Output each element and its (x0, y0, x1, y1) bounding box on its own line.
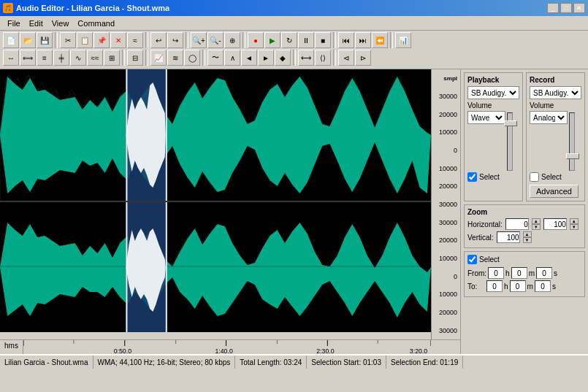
tb-play[interactable]: ▶ (264, 32, 280, 48)
amp-label-30k-3: 30000 (432, 213, 459, 231)
zoom-horizontal-start[interactable] (505, 218, 529, 230)
amp-label-30k-2: 30000 (432, 196, 459, 214)
tb2-7[interactable]: ⊞ (104, 50, 120, 66)
tb2-14[interactable]: ◄ (241, 50, 257, 66)
menu-file[interactable]: File (3, 18, 25, 29)
playback-section: Playback SB Audigy. Volume Wave (464, 72, 523, 201)
tb-mix[interactable]: ≈ (127, 32, 143, 48)
tb-new[interactable]: 📄 (3, 32, 19, 48)
amp-label-0-1: 0 (432, 142, 459, 160)
tb-to-start[interactable]: ⏪ (372, 32, 388, 48)
zoom-horizontal-end[interactable] (543, 218, 567, 230)
tb2-19[interactable]: ⊲ (338, 50, 354, 66)
tb2-9[interactable]: 📈 (150, 50, 167, 66)
tb2-8[interactable]: ⊟ (127, 50, 143, 66)
menu-edit[interactable]: Edit (25, 18, 47, 29)
to-s[interactable] (535, 280, 551, 292)
time-ruler: 0:50.0 1:40.0 2:30.0 3:20.0 (23, 340, 431, 354)
record-volume-label: Volume (530, 101, 581, 109)
playback-volume-slider[interactable] (504, 120, 517, 126)
status-length: Total Length: 03:24 (235, 356, 307, 369)
tb2-6[interactable]: ≈≈ (87, 50, 103, 66)
tb-paste[interactable]: 📌 (93, 32, 110, 48)
playback-volume-type[interactable]: Wave (467, 111, 505, 124)
tb2-sep1 (122, 50, 125, 66)
minimize-button[interactable]: _ (547, 3, 559, 13)
from-h[interactable] (488, 267, 504, 279)
tb2-2[interactable]: ⟺ (20, 50, 36, 66)
tb-prev[interactable]: ⏮ (338, 32, 354, 48)
tb-undo[interactable]: ↩ (150, 32, 167, 48)
zoom-v-down[interactable]: ▼ (523, 237, 532, 243)
tb-sep2 (145, 32, 148, 48)
waveform-display[interactable] (0, 69, 431, 339)
tb-loop[interactable]: ↻ (281, 32, 297, 48)
tb-open[interactable]: 📂 (20, 32, 36, 48)
waveform-svg (0, 69, 431, 332)
tb-next[interactable]: ⏭ (355, 32, 371, 48)
tb-copy[interactable]: 📋 (77, 32, 93, 48)
tb2-16[interactable]: ◆ (275, 50, 291, 66)
maximize-button[interactable]: □ (560, 3, 572, 13)
zoom-h-end-down[interactable]: ▼ (570, 224, 579, 230)
tb-record[interactable]: ● (248, 32, 264, 48)
tb2-5[interactable]: ∿ (70, 50, 86, 66)
to-s-label: s (552, 283, 556, 291)
svg-text:3:20.0: 3:20.0 (410, 347, 427, 354)
svg-rect-8 (166, 202, 167, 332)
zoom-v-up[interactable]: ▲ (523, 231, 532, 237)
close-button[interactable]: ✕ (573, 3, 585, 13)
zoom-h-end-up[interactable]: ▲ (570, 218, 579, 224)
tb-pause[interactable]: ⏸ (298, 32, 314, 48)
right-panel: Playback SB Audigy. Volume Wave (460, 69, 588, 354)
zoom-h-start-down[interactable]: ▼ (532, 224, 541, 230)
tb2-1[interactable]: ↔ (3, 50, 19, 66)
from-s[interactable] (536, 267, 552, 279)
menu-command[interactable]: Command (73, 18, 119, 29)
tb2-sep2 (145, 50, 148, 66)
tb2-10[interactable]: ≋ (167, 50, 183, 66)
tb-save[interactable]: 💾 (37, 32, 53, 48)
tb-sep4 (243, 32, 245, 48)
tb2-3[interactable]: ≡ (37, 50, 53, 66)
tb-cut[interactable]: ✂ (60, 32, 76, 48)
tb-redo[interactable]: ↪ (167, 32, 183, 48)
record-volume-slider[interactable] (566, 153, 579, 159)
from-m[interactable] (511, 267, 527, 279)
tb2-11[interactable]: ◯ (184, 50, 200, 66)
tb-zoom-sel[interactable]: ⊕ (224, 32, 240, 48)
tb2-18[interactable]: ⟨⟩ (315, 50, 331, 66)
playback-device-select[interactable]: SB Audigy. (467, 86, 519, 99)
record-select-label: Select (541, 173, 562, 181)
zoom-vertical-value[interactable] (497, 231, 520, 243)
to-h[interactable] (486, 280, 503, 292)
tb-zoom-out[interactable]: 🔍- (207, 32, 224, 48)
tb2-12[interactable]: 〜 (207, 50, 224, 66)
tb-extra1[interactable]: 📊 (395, 32, 411, 48)
scale-spacer (431, 340, 460, 354)
to-m[interactable] (510, 280, 526, 292)
menu-view[interactable]: View (47, 18, 74, 29)
select-checkbox[interactable] (467, 255, 477, 264)
status-format: WMA; 44,100 Hz; 16-bit; Stereo; 80 kbps (93, 356, 236, 369)
record-device-select[interactable]: SB Audigy. (530, 86, 581, 99)
tb2-15[interactable]: ► (258, 50, 274, 66)
playback-select-checkbox[interactable] (467, 172, 477, 182)
zoom-h-start-up[interactable]: ▲ (532, 218, 541, 224)
tb-stop[interactable]: ■ (315, 32, 331, 48)
tb2-13[interactable]: ∧ (224, 50, 240, 66)
from-label: From: (467, 269, 486, 277)
tb-zoom-in[interactable]: 🔍+ (191, 32, 207, 48)
advanced-button[interactable]: Advanced (530, 185, 579, 198)
zoom-h-end-spin: ▲ ▼ (570, 218, 579, 230)
tb-delete[interactable]: ✕ (110, 32, 126, 48)
from-m-label: m (529, 269, 535, 277)
tb2-17[interactable]: ⟷ (298, 50, 314, 66)
record-select-checkbox[interactable] (530, 172, 539, 182)
toolbar-row-2: ↔ ⟺ ≡ ╪ ∿ ≈≈ ⊞ ⊟ 📈 ≋ ◯ 〜 ∧ ◄ ► ◆ ⟷ ⟨⟩ ⊲ … (3, 50, 585, 66)
zoom-vertical-row: Vertical: ▲ ▼ (467, 231, 581, 243)
tb2-20[interactable]: ⊳ (355, 50, 371, 66)
record-volume-type[interactable]: Analog M (530, 111, 568, 124)
tb2-4[interactable]: ╪ (53, 50, 69, 66)
tb2-sep4 (293, 50, 296, 66)
